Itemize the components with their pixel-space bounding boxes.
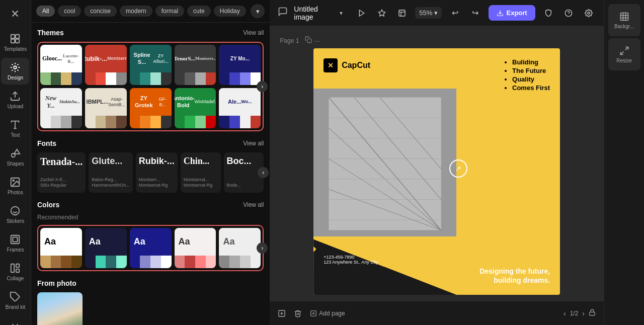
svg-rect-19 bbox=[16, 269, 19, 272]
bullet-4: Comes First bbox=[512, 84, 550, 92]
filter-more-button[interactable]: ▾ bbox=[251, 4, 265, 18]
svg-rect-18 bbox=[16, 264, 19, 267]
svg-point-11 bbox=[13, 180, 15, 181]
settings-icon[interactable] bbox=[582, 5, 596, 21]
font-card-1[interactable]: Tenada-... Zacbel X-E...Stilu-Regular bbox=[37, 152, 86, 193]
palette-card-3[interactable]: Aa bbox=[130, 228, 172, 268]
more-page-button[interactable]: ··· bbox=[314, 36, 320, 45]
theme-card-10[interactable]: Ale...Wo... bbox=[219, 88, 261, 128]
sidebar-item-upload[interactable]: Upload bbox=[1, 87, 29, 113]
theme-card-9[interactable]: Antonio-BoldWixMadef... bbox=[175, 88, 216, 128]
sidebar-item-frames[interactable]: Frames bbox=[1, 230, 29, 257]
sidebar: Templates Design Upload Text Shapes P bbox=[0, 0, 31, 325]
from-photo-card[interactable] bbox=[37, 292, 83, 325]
themes-header: Themes View all bbox=[37, 29, 264, 37]
magic-button[interactable] bbox=[375, 5, 389, 21]
sidebar-item-shapes[interactable]: Shapes bbox=[1, 144, 29, 171]
palette-card-5[interactable]: Aa bbox=[219, 228, 261, 268]
shield-icon[interactable] bbox=[541, 5, 555, 21]
theme-card-5[interactable]: ZY Mo... bbox=[219, 45, 261, 85]
canvas-tagline: Designing the future, building dreams. bbox=[459, 267, 550, 285]
resize-panel-item[interactable]: Resize bbox=[608, 38, 640, 70]
font-card-4[interactable]: Chin... Montserrat...Montserrat-Rg bbox=[181, 152, 221, 193]
doc-icon bbox=[278, 7, 288, 19]
filter-holiday[interactable]: Holiday bbox=[214, 6, 246, 17]
theme-card-1[interactable]: Glooc...Lucette-R... bbox=[40, 45, 82, 85]
background-label: Backgr... bbox=[614, 24, 634, 29]
filter-cute[interactable]: cute bbox=[187, 6, 211, 17]
font-card-2[interactable]: Glute... Baloo-Reg...HammersmithOn... bbox=[89, 152, 133, 193]
sidebar-item-shapes-label: Shapes bbox=[7, 161, 24, 167]
svg-rect-22 bbox=[399, 10, 405, 16]
help-icon[interactable] bbox=[561, 5, 576, 21]
sidebar-item-stickers[interactable]: Stickers bbox=[1, 201, 29, 228]
theme-card-3[interactable]: Spline S...ZY Alluri... bbox=[130, 45, 172, 85]
panel-content: Themes View all Glooc...Lucette-R... bbox=[31, 23, 270, 325]
page-label-area: Page 1 ··· bbox=[280, 36, 320, 45]
filter-all[interactable]: All bbox=[36, 6, 55, 17]
sidebar-item-brand-kit-label: Brand kit bbox=[6, 304, 25, 310]
delete-page-button[interactable] bbox=[294, 309, 302, 317]
theme-card-7[interactable]: IBMPL...Asap-SemiB... bbox=[85, 88, 127, 128]
theme-card-8[interactable]: ZY GrotekGF-B... bbox=[130, 88, 172, 128]
add-page-icon-button[interactable] bbox=[278, 309, 286, 317]
sidebar-item-collage[interactable]: Collage bbox=[1, 259, 29, 285]
theme-card-2[interactable]: Rubik-...Montserr... bbox=[85, 45, 127, 85]
lock-button[interactable] bbox=[589, 309, 596, 317]
themes-section: Themes View all Glooc...Lucette-R... bbox=[37, 29, 264, 131]
filter-modern[interactable]: modern bbox=[120, 6, 152, 17]
collapse-button[interactable] bbox=[1, 316, 29, 325]
background-panel-item[interactable]: Backgr... bbox=[608, 4, 640, 36]
filter-formal[interactable]: formal bbox=[155, 6, 184, 17]
building-photo bbox=[313, 89, 456, 236]
filter-cool[interactable]: cool bbox=[58, 6, 81, 17]
redo-button[interactable]: ↪ bbox=[468, 5, 482, 21]
svg-rect-2 bbox=[11, 39, 15, 43]
palette-card-1[interactable]: Aa bbox=[40, 228, 82, 268]
svg-rect-50 bbox=[590, 312, 595, 315]
themes-view-all[interactable]: View all bbox=[243, 29, 264, 36]
prev-page-button[interactable]: ‹ bbox=[564, 309, 566, 317]
copy-page-button[interactable] bbox=[305, 36, 312, 45]
next-page-button[interactable]: › bbox=[582, 309, 585, 317]
color-palette-wrapper: Aa Aa bbox=[37, 225, 264, 271]
zoom-selector[interactable]: 55% ▾ bbox=[415, 7, 442, 19]
svg-marker-9 bbox=[15, 149, 20, 154]
undo-button[interactable]: ↩ bbox=[448, 5, 462, 21]
bullet-1: Buliding bbox=[512, 58, 550, 66]
colors-scroll-right[interactable]: › bbox=[257, 242, 268, 254]
doc-chevron[interactable]: ▾ bbox=[340, 10, 343, 17]
svg-point-12 bbox=[11, 207, 20, 215]
filter-bar: All cool concise modern formal cute Holi… bbox=[31, 0, 270, 23]
theme-card-4[interactable]: TenorS...Montserr... bbox=[175, 45, 216, 85]
from-photo-title: From photo bbox=[37, 279, 76, 287]
fonts-grid-wrapper: Tenada-... Zacbel X-E...Stilu-Regular Gl… bbox=[37, 152, 264, 193]
sidebar-item-templates[interactable]: Templates bbox=[1, 29, 29, 56]
sidebar-item-brand-kit[interactable]: Brand kit bbox=[1, 287, 29, 314]
font-name-4: Chin... bbox=[184, 156, 218, 166]
app-logo[interactable] bbox=[1, 4, 29, 23]
layout-button[interactable] bbox=[395, 5, 409, 21]
sidebar-item-photos[interactable]: Photos bbox=[1, 173, 29, 199]
colors-header: Colors View all bbox=[37, 201, 264, 209]
theme-card-6[interactable]: New Y...SinkinSa... bbox=[40, 88, 82, 128]
fonts-view-all[interactable]: View all bbox=[243, 140, 264, 147]
palette-card-2[interactable]: Aa bbox=[85, 228, 127, 268]
palette-card-4[interactable]: Aa bbox=[175, 228, 216, 268]
font-name-3: Rubik-... bbox=[139, 156, 175, 166]
filter-concise[interactable]: concise bbox=[84, 6, 117, 17]
page-counter: 1/2 bbox=[570, 310, 579, 317]
font-name-2: Glute... bbox=[92, 156, 130, 166]
fonts-scroll-right[interactable]: › bbox=[258, 167, 269, 178]
colors-view-all[interactable]: View all bbox=[243, 201, 264, 208]
export-button[interactable]: Export bbox=[489, 5, 535, 21]
themes-scroll-right[interactable]: › bbox=[257, 81, 268, 92]
font-card-3[interactable]: Rubik-... Montserr...Montserrat-Rg bbox=[136, 152, 178, 193]
from-photo-header: From photo bbox=[37, 279, 264, 287]
sidebar-item-photos-label: Photos bbox=[8, 190, 23, 195]
sidebar-item-design[interactable]: Design bbox=[1, 58, 29, 85]
sidebar-item-text[interactable]: Text bbox=[1, 115, 29, 142]
add-page-button[interactable]: Add page bbox=[310, 310, 345, 317]
page-label: Page 1 bbox=[280, 37, 299, 44]
play-button[interactable] bbox=[355, 5, 369, 21]
